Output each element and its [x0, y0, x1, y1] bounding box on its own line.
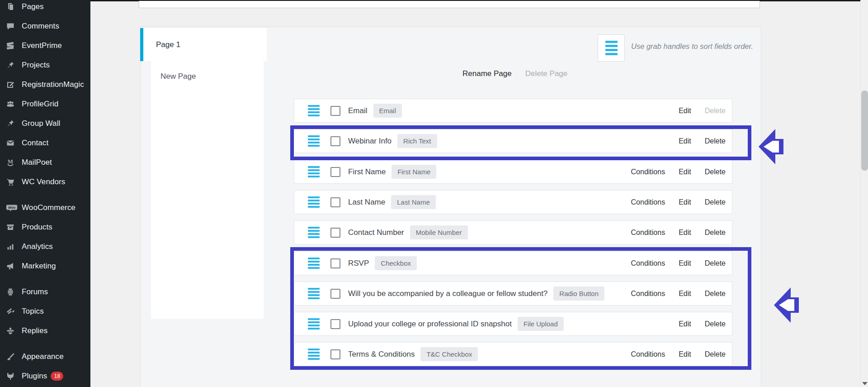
field-checkbox[interactable] [330, 106, 340, 116]
sidebar-item-label: Products [22, 223, 52, 232]
field-actions: ConditionsEditDelete [631, 350, 726, 358]
edit-link[interactable]: Edit [679, 168, 691, 176]
conditions-link[interactable]: Conditions [631, 290, 665, 298]
sidebar-item-topics[interactable]: Topics [0, 301, 90, 321]
delete-link[interactable]: Delete [705, 320, 726, 328]
sidebar-item-profilegrid[interactable]: ProfileGrid [0, 94, 90, 114]
sidebar-item-forums[interactable]: Forums [0, 282, 90, 301]
drag-handle-icon[interactable] [308, 226, 320, 239]
conditions-link[interactable]: Conditions [631, 259, 665, 268]
conditions-link[interactable]: Conditions [631, 229, 665, 237]
sidebar-item-eventprime[interactable]: EventPrime [0, 36, 90, 55]
sidebar-item-comments[interactable]: Comments [0, 16, 90, 36]
edit-link[interactable]: Edit [679, 350, 691, 358]
field-row: Terms & Conditions T&C Checkbox Conditio… [294, 342, 732, 366]
drag-handle-icon[interactable] [308, 348, 320, 361]
field-row: Webinar Info Rich Text EditDelete [294, 129, 732, 153]
sidebar-item-mailpoet[interactable]: MMailPoet [0, 153, 90, 172]
pages-icon [6, 2, 18, 11]
scrollbar-down-arrow-icon[interactable] [862, 382, 868, 385]
field-checkbox[interactable] [330, 319, 340, 329]
left-arrow-annotation-icon [774, 286, 799, 325]
sidebar-item-projects[interactable]: Projects [0, 55, 90, 75]
sidebar-item-pages[interactable]: Pages [0, 0, 90, 16]
plugins-icon [6, 372, 18, 381]
sidebar-item-label: Topics [22, 307, 44, 316]
drag-handle-icon[interactable] [308, 318, 320, 330]
sidebar-item-woocommerce[interactable]: WooWooCommerce [0, 198, 90, 217]
drag-handle-icon[interactable] [308, 135, 320, 148]
sidebar-item-analytics[interactable]: Analytics [0, 237, 90, 256]
sidebar-item-wc-vendors[interactable]: WC Vendors [0, 172, 90, 191]
svg-text:Woo: Woo [8, 205, 15, 209]
tab-page-1[interactable]: Page 1 [140, 28, 267, 61]
delete-link[interactable]: Delete [705, 168, 726, 176]
new-page-button[interactable]: New Page [160, 72, 264, 81]
field-checkbox[interactable] [330, 136, 340, 146]
forums-icon [6, 287, 18, 296]
drag-handle-icon[interactable] [308, 257, 320, 270]
delete-link[interactable]: Delete [705, 350, 726, 358]
delete-link[interactable]: Delete [705, 290, 726, 298]
edit-link[interactable]: Edit [679, 107, 691, 115]
edit-link[interactable]: Edit [679, 290, 691, 298]
delete-link[interactable]: Delete [705, 137, 726, 145]
conditions-link[interactable]: Conditions [631, 198, 665, 206]
field-actions: ConditionsEditDelete [631, 290, 726, 298]
scrolled-panel-bottom [139, 1, 760, 8]
replies-icon [6, 326, 18, 335]
sidebar-item-appearance[interactable]: Appearance [0, 347, 90, 366]
sidebar-item-registrationmagic[interactable]: RegistrationMagic [0, 75, 90, 94]
page-scrollbar[interactable] [860, 0, 868, 387]
grab-handle-legend-box [598, 34, 625, 62]
conditions-link[interactable]: Conditions [631, 350, 665, 358]
conditions-link[interactable]: Conditions [631, 168, 665, 176]
edit-link[interactable]: Edit [679, 137, 691, 145]
field-row: Contact Number Mobile Number ConditionsE… [294, 220, 732, 244]
field-type-badge: Rich Text [397, 134, 437, 148]
field-label: Upload your college or professional ID s… [348, 320, 512, 329]
edit-link[interactable]: Edit [679, 259, 691, 268]
page-list-column: New Page [151, 61, 264, 319]
field-checkbox[interactable] [330, 349, 340, 359]
drag-handle-icon[interactable] [308, 105, 320, 117]
drag-handle-icon[interactable] [308, 166, 320, 178]
field-checkbox[interactable] [330, 258, 340, 268]
delete-page-button: Delete Page [525, 69, 568, 78]
scrollbar-thumb[interactable] [861, 91, 868, 171]
delete-link[interactable]: Delete [705, 229, 726, 237]
sidebar-item-group-wall[interactable]: Group Wall [0, 114, 90, 133]
sidebar-item-label: WC Vendors [22, 177, 65, 186]
rename-page-button[interactable]: Rename Page [462, 69, 512, 78]
group-wall-icon [6, 119, 18, 128]
sidebar-item-marketing[interactable]: Marketing [0, 256, 90, 276]
sidebar-item-label: ProfileGrid [22, 100, 58, 109]
delete-link[interactable]: Delete [705, 198, 726, 206]
sidebar-item-label: Replies [22, 326, 47, 335]
field-actions: ConditionsEditDelete [631, 198, 726, 206]
sidebar-item-label: Pages [22, 2, 44, 11]
delete-link[interactable]: Delete [705, 259, 726, 268]
edit-link[interactable]: Edit [679, 320, 691, 328]
field-checkbox[interactable] [330, 289, 340, 299]
drag-handle-icon[interactable] [308, 196, 320, 209]
field-actions: ConditionsEditDelete [631, 229, 726, 237]
field-checkbox[interactable] [330, 228, 340, 238]
sidebar-item-plugins[interactable]: Plugins18 [0, 366, 90, 386]
field-row: Upload your college or professional ID s… [294, 312, 732, 336]
sort-hint-text: Use grab handles to sort fields order. [631, 42, 753, 51]
comments-icon [6, 22, 18, 31]
field-checkbox[interactable] [330, 197, 340, 207]
sidebar-item-contact[interactable]: Contact [0, 133, 90, 153]
sidebar-item-label: WooCommerce [22, 203, 75, 212]
field-checkbox[interactable] [330, 167, 340, 177]
svg-text:M: M [8, 158, 13, 165]
edit-link[interactable]: Edit [679, 229, 691, 237]
eventprime-icon [6, 41, 18, 50]
drag-handle-icon[interactable] [308, 287, 320, 300]
sidebar-item-products[interactable]: Products [0, 217, 90, 237]
sidebar-item-label: Forums [22, 287, 48, 296]
sidebar-item-replies[interactable]: Replies [0, 321, 90, 340]
edit-link[interactable]: Edit [679, 198, 691, 206]
mailpoet-icon: M [6, 158, 18, 167]
